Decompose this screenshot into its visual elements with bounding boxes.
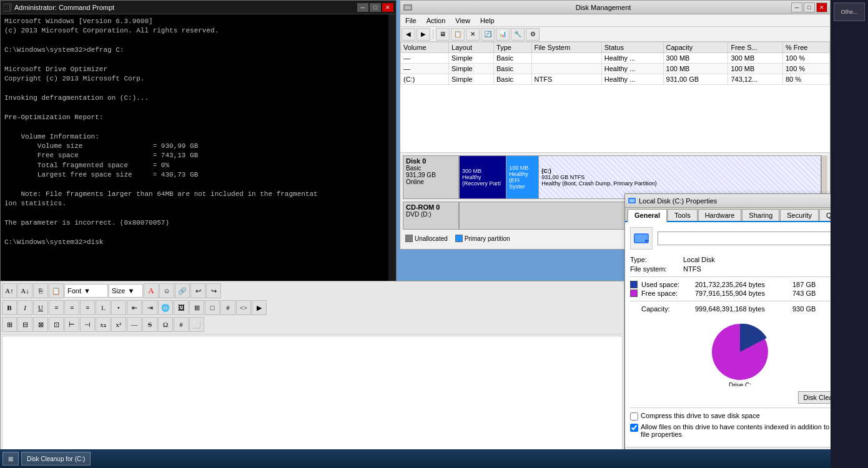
partition-c[interactable]: (C:) 931,00 GB NTFS Healthy (Boot, Crash… [539,156,821,198]
strip-other[interactable]: Othe... [834,2,865,21]
tb-bold[interactable]: B [2,300,17,315]
compress-checkbox[interactable] [630,412,638,421]
tb-insert-image[interactable]: 🖼 [174,300,189,315]
col-pct[interactable]: % Free [782,42,829,53]
tb-indent-more[interactable]: ⇥ [142,300,157,315]
tb-t6[interactable]: ⊣ [80,317,95,332]
toolbar-btn-5[interactable]: 📊 [496,28,510,41]
tb-paste[interactable]: 📋 [49,283,64,298]
toolbar-sep-1 [433,29,433,39]
cmd-scrollbar[interactable] [388,14,396,286]
table-row[interactable]: — Simple Basic Healthy ... 300 MB 300 MB… [401,53,830,64]
toolbar-btn-3[interactable]: ✕ [466,28,480,41]
tb-superscript[interactable]: x² [111,317,126,332]
toolbar-btn-6[interactable]: 🔧 [511,28,525,41]
legend-unallocated-box [405,235,413,242]
partition-recovery[interactable]: 300 MB Healthy (Recovery Parti [460,156,506,198]
tb-t5[interactable]: ⊢ [64,317,79,332]
disk-close-button[interactable]: ✕ [816,2,827,12]
tb-strikethrough[interactable]: S [142,317,157,332]
index-checkbox[interactable] [630,424,638,432]
tb-copy[interactable]: ⎘ [33,283,48,298]
tb-hash2[interactable]: # [174,317,189,332]
tab-tools[interactable]: Tools [668,209,698,221]
tb-align-right[interactable]: ≡ [80,300,95,315]
tab-sharing[interactable]: Sharing [742,209,779,221]
tb-t3[interactable]: ⊠ [33,317,48,332]
type-label: Type: [630,256,683,263]
disk-minimize-button[interactable]: ─ [791,2,802,12]
tb-border-box[interactable]: ⬜ [189,317,204,332]
disk0-row: Disk 0 Basic 931,39 GB Online 300 MB Hea… [403,155,821,199]
toolbar-btn-7[interactable]: ⚙ [526,28,540,41]
free-label: Free space: [641,290,691,297]
tb-align-left[interactable]: ≡ [49,300,64,315]
font-label: Font [67,287,81,295]
toolbar-btn-2[interactable]: 📋 [451,28,465,41]
drive-name-input[interactable] [658,232,850,245]
cell-cap-2: 100 MB [663,64,728,74]
size-dropdown[interactable]: Size ▼ [109,284,143,298]
tb-code[interactable]: <> [236,300,251,315]
col-status[interactable]: Status [601,42,663,53]
menu-view[interactable]: View [453,16,473,25]
toolbar-btn-4[interactable]: 🔄 [481,28,495,41]
menu-action[interactable]: Action [424,16,448,25]
disk-table-container[interactable]: Volume Layout Type File System Status Ca… [400,42,830,152]
col-type[interactable]: Type [494,42,532,53]
cmd-close-button[interactable]: ✕ [382,3,393,12]
table-row[interactable]: — Simple Basic Healthy ... 100 MB 100 MB… [401,64,830,74]
tab-security[interactable]: Security [780,209,819,221]
partition-efi[interactable]: 100 MB Healthy (EFI Syster [506,156,539,198]
menu-file[interactable]: File [403,16,419,25]
taskbar-item-disk-cleanup[interactable]: Disk Cleanup for (C:) [21,452,91,466]
tab-general[interactable]: General [628,209,667,222]
tb-t2[interactable]: ⊟ [17,317,32,332]
tb-redo[interactable]: ↪ [206,283,221,298]
tb-special-char[interactable]: Ω [158,317,173,332]
toolbar-back[interactable]: ◀ [402,28,415,41]
toolbar-btn-1[interactable]: 🖥 [436,28,450,41]
tb-subscript[interactable]: x₂ [96,317,111,332]
taskbar: ⊞ Disk Cleanup for (C:) 12:00 [0,449,868,468]
editor-content[interactable] [2,336,623,466]
fs-value: NTFS [683,265,701,273]
tb-insert-block[interactable]: □ [205,300,220,315]
cmd-minimize-button[interactable]: ─ [357,3,368,12]
tb-underline[interactable]: U [33,300,48,315]
disk0-type: Basic [406,165,456,172]
font-dropdown[interactable]: Font ▼ [64,284,108,298]
tb-insert-link[interactable]: 🌐 [158,300,173,315]
tb-undo[interactable]: ↩ [190,283,205,298]
toolbar-forward[interactable]: ▶ [417,28,430,41]
taskbar-start[interactable]: ⊞ [2,452,19,466]
tb-media[interactable]: ▶ [252,300,267,315]
col-layout[interactable]: Layout [449,42,494,53]
tb-indent-less[interactable]: ⇤ [127,300,142,315]
menu-help[interactable]: Help [478,16,497,25]
tb-unordered-list[interactable]: • [111,300,126,315]
table-row[interactable]: (C:) Simple Basic NTFS Healthy ... 931,0… [401,74,830,85]
col-capacity[interactable]: Capacity [663,42,728,53]
tb-italic[interactable]: I [17,300,32,315]
col-free[interactable]: Free S... [728,42,782,53]
tab-hardware[interactable]: Hardware [698,209,742,221]
tb-align-center[interactable]: ≡ [64,300,79,315]
tb-hash[interactable]: # [220,300,235,315]
tb-ordered-list[interactable]: 1. [96,300,111,315]
tb-decrease-font[interactable]: A↓ [17,283,32,298]
tb-link[interactable]: 🔗 [175,283,190,298]
col-volume[interactable]: Volume [401,42,449,53]
tb-hr[interactable]: — [127,317,142,332]
cmd-maximize-button[interactable]: □ [370,3,381,12]
font-dropdown-arrow: ▼ [84,287,91,295]
tb-insert-table[interactable]: ⊞ [189,300,204,315]
tb-t1[interactable]: ⊞ [2,317,17,332]
tb-t4[interactable]: ⊡ [49,317,64,332]
col-fs[interactable]: File System [531,42,601,53]
props-window: Local Disk (C:) Properties ✕ General Too… [624,193,856,468]
tb-emoji[interactable]: ☺ [159,283,174,298]
disk-maximize-button[interactable]: □ [804,2,815,12]
tb-text-color[interactable]: A [144,283,159,298]
tb-increase-font[interactable]: A↑ [2,283,17,298]
